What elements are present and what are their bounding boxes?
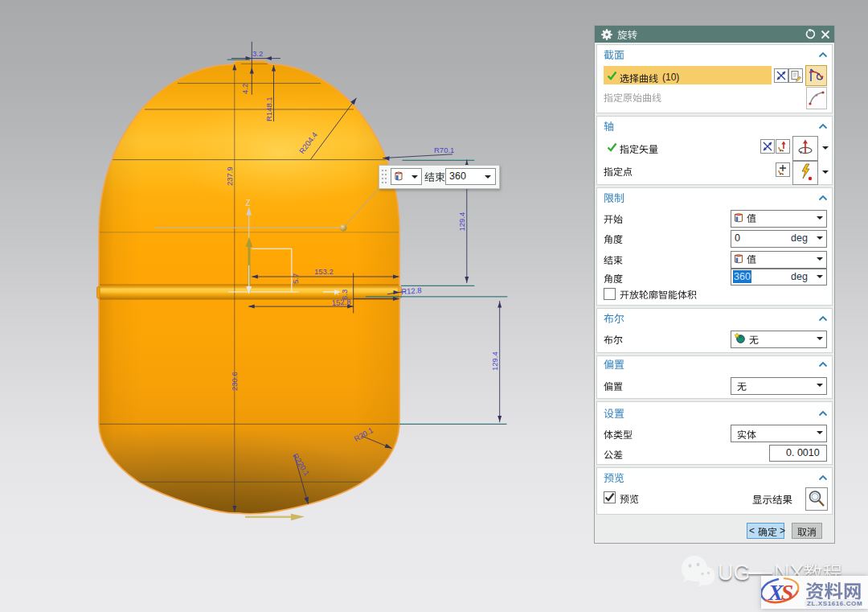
svg-text:152.8: 152.8	[331, 297, 350, 307]
svg-text:3.2: 3.2	[252, 49, 263, 58]
svg-text:5.7: 5.7	[291, 273, 300, 284]
svg-text:R12.8: R12.8	[401, 285, 422, 296]
svg-text:129.4: 129.4	[490, 351, 499, 371]
svg-text:R70.1: R70.1	[434, 146, 454, 154]
svg-text:230.6: 230.6	[230, 372, 239, 391]
svg-text:XS: XS	[768, 580, 793, 605]
svg-text:237.9: 237.9	[225, 166, 234, 186]
svg-text:129.4: 129.4	[457, 212, 466, 232]
svg-text:X: X	[334, 289, 339, 297]
svg-text:Z: Z	[246, 199, 251, 207]
svg-text:R148.1: R148.1	[264, 97, 273, 121]
svg-text:4.2: 4.2	[240, 84, 249, 94]
svg-text:153.2: 153.2	[314, 267, 334, 276]
